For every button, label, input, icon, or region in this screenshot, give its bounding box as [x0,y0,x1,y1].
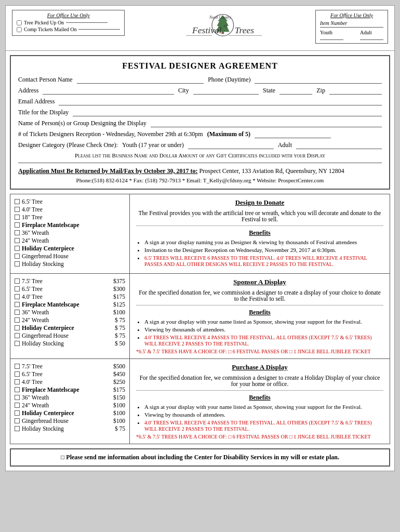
s3-chk-0[interactable] [15,364,20,369]
youth-col: Youth [320,30,343,41]
s3-desc: For the specified donation fee, we commi… [136,375,383,387]
s3-chk-4[interactable] [15,395,20,400]
s2-item-2: 4.0' Tree$175 [15,294,125,300]
s2-label-2: 4.0' Tree [22,294,43,300]
s1-divider [136,225,383,226]
s1-chk-5[interactable] [15,238,20,243]
tree-picked-field [66,22,108,23]
form-title: FESTIVAL DESIGNER AGREEMENT [18,61,382,71]
phone-field[interactable] [255,76,382,84]
s2-divider [136,305,383,305]
s2-chk-1[interactable] [15,286,20,291]
s1-chk-4[interactable] [15,230,20,235]
s1-chk-8[interactable] [15,261,20,267]
adult-field [360,39,383,40]
page: For Office Use Only Tree Picked Up On Co… [5,5,395,471]
section2-row: 7.5' Tree$375 6.5' Tree$300 4.0' Tree$17… [10,274,390,359]
s3-price-1: $450 [113,371,125,377]
s1-chk-2[interactable] [15,215,20,220]
s3-title: Purchase A Display [136,363,383,371]
s3-chk-8[interactable] [15,426,20,431]
s2-chk-5[interactable] [15,317,20,323]
s3-chk-3[interactable] [15,387,20,392]
app-must-address: Prospect Center, 133 Aviation Rd, Queens… [199,167,344,175]
adult-cat-label: Adult [278,141,292,149]
gift-cert-text: Please list the Business Name and Dollar… [18,152,382,158]
s2-desc: For the specified donation fee, we commi… [136,289,383,302]
app-must-label: Application Must Be Returned by Mail/Fax… [18,167,197,175]
s3-price-7: $100 [113,418,125,424]
s3-item-8: Holiday Stocking$ 75 [15,425,125,432]
comp-tickets-checkbox[interactable] [17,27,22,32]
s3-item-0: 7.5' Tree$500 [15,363,125,369]
comp-tickets-label: Comp Tickets Mailed On [24,26,76,32]
office-left-title: For Office Use Only [17,12,120,18]
s3-choice-line: *6.5' & 7.5' TREES HAVE A CHOICE OF: □ 6… [136,434,383,440]
contact-row: Contact Person Name Phone (Daytime) [18,76,382,84]
s1-item-8: Holiday Stocking [15,261,125,267]
s2-title: Sponsor A Display [136,278,383,286]
s2-chk-4[interactable] [15,310,20,315]
tree-picked-checkbox[interactable] [17,20,22,25]
contact-label: Contact Person Name [18,76,73,84]
s2-chk-6[interactable] [15,325,20,330]
s1-chk-6[interactable] [15,246,20,251]
address-field[interactable] [43,87,174,95]
s2-chk-3[interactable] [15,302,20,307]
s3-price-4: $150 [113,394,125,401]
s2-chk-2[interactable] [15,294,20,299]
email-field[interactable] [59,98,382,105]
s2-price-5: $ 75 [115,317,125,323]
name-group-field[interactable] [151,120,382,127]
s1-item-7: Gingerbread House [15,253,125,259]
s1-benefit-2: 6.5' TREES WILL RECEIVE 6 PASSES TO THE … [144,255,383,267]
header: For Office Use Only Tree Picked Up On Co… [6,6,394,51]
s1-chk-7[interactable] [15,254,20,259]
s2-item-5: 24" Wreath$ 75 [15,317,125,323]
s1-item-2: 18" Tree [15,214,125,220]
s1-chk-1[interactable] [15,207,20,212]
office-right-title: For Office Use Only [320,12,383,18]
logo: North Country Festival of Trees [125,10,315,48]
s2-chk-8[interactable] [15,341,20,346]
s2-item-7: Gingerbread House$ 75 [15,332,125,339]
adult-label: Adult [360,30,383,35]
s2-price-6: $ 75 [115,325,125,331]
state-field[interactable] [279,87,312,95]
s2-item-1: 6.5' Tree$300 [15,286,125,292]
adult-col: Adult [360,30,383,41]
s1-chk-0[interactable] [15,199,20,204]
adult-cat-field[interactable] [296,142,382,149]
s2-price-3: $125 [113,301,125,308]
s3-chk-5[interactable] [15,403,20,408]
s1-label-1: 4.0' Tree [22,206,43,212]
city-field[interactable] [193,87,259,95]
sections-container: 6.5' Tree 4.0' Tree 18" Tree Fireplace M… [10,194,390,444]
s3-chk-2[interactable] [15,379,20,384]
s2-item-0: 7.5' Tree$375 [15,278,125,284]
s3-price-3: $175 [113,387,125,393]
title-display-field[interactable] [73,109,382,116]
contact-line: Phone:(518) 832-6124 * Fax: (518) 792-79… [18,177,382,183]
s3-chk-6[interactable] [15,410,20,416]
s3-price-8: $ 75 [115,425,125,432]
name-group-row: Name of Person(s) or Group Designing the… [18,119,382,127]
zip-label: Zip [316,87,325,95]
youth-cat-field[interactable] [188,142,274,149]
s2-item-4: 36" Wreath$100 [15,309,125,315]
s1-label-7: Gingerbread House [22,253,69,259]
youth-cat-label: Youth (17 year or under) [122,141,184,149]
s2-price-4: $100 [113,309,125,315]
zip-field[interactable] [329,87,382,95]
s3-item-3: Fireplace Mantelscape$175 [15,387,125,393]
s3-chk-1[interactable] [15,371,20,377]
s3-chk-7[interactable] [15,418,20,423]
s1-chk-3[interactable] [15,222,20,228]
tickets-field[interactable] [255,131,331,138]
s1-item-6: Holiday Centerpiece [15,245,125,251]
s3-label-2: 4.0' Tree [22,379,43,385]
s2-chk-7[interactable] [15,333,20,338]
contact-field[interactable] [77,76,204,84]
s2-chk-0[interactable] [15,278,20,284]
tickets-max: (Maximum of 5) [207,130,250,138]
